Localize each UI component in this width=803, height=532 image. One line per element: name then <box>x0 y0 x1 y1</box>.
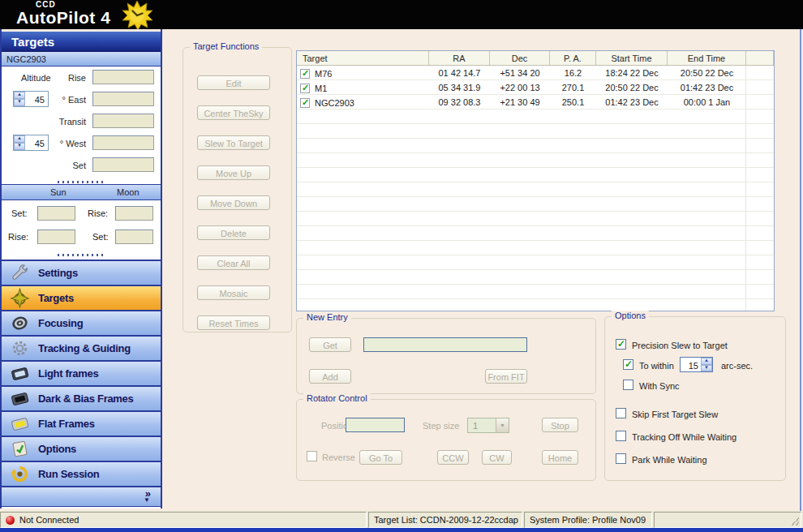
table-empty-area <box>297 109 774 311</box>
center-thesky-button[interactable]: Center TheSky <box>197 105 270 120</box>
precision-slew-label: Precision Slew to Target <box>632 341 728 350</box>
sidebar-item-tracking-guiding[interactable]: Tracking & Guiding <box>2 335 161 360</box>
target-list-section: Target List: CCDN-2009-12-22ccdap <box>368 512 522 528</box>
skip-first-slew-checkbox[interactable] <box>616 408 626 418</box>
dropdown-arrow-icon[interactable]: ▼ <box>496 418 509 432</box>
moon-rise-field[interactable] <box>115 206 153 221</box>
sun-set-field[interactable] <box>37 206 75 221</box>
cell-dec: +51 34 20 <box>490 66 550 79</box>
chevron-down-icon[interactable]: ▼ <box>144 496 150 504</box>
position-input[interactable] <box>346 418 405 432</box>
cell-end-time: 00:00 1 Jan <box>668 95 746 109</box>
moon-set-field[interactable] <box>115 230 153 244</box>
tracking-off-checkbox[interactable] <box>616 431 626 441</box>
column-header-target[interactable]: Target <box>297 51 429 65</box>
cw-button[interactable]: CW <box>482 450 512 465</box>
table-grid-line <box>745 66 746 311</box>
sidebar-item-targets[interactable]: Targets <box>2 285 161 310</box>
move-up-button[interactable]: Move Up <box>197 165 270 180</box>
mosaic-button[interactable]: Mosaic <box>197 285 270 300</box>
skip-first-slew-label: Skip First Target Slew <box>632 410 718 419</box>
column-header-dec[interactable]: Dec <box>490 51 550 65</box>
west-time-field[interactable] <box>92 135 154 150</box>
with-sync-checkbox[interactable] <box>623 380 633 390</box>
sidebar-item-label: Tracking & Guiding <box>38 342 131 354</box>
precision-slew-checkbox[interactable] <box>616 339 626 350</box>
slew-to-target-button[interactable]: Slew To Target <box>197 135 270 150</box>
cell-ra: 09 32 08.3 <box>429 95 490 109</box>
delete-button[interactable]: Delete <box>197 225 270 240</box>
sun-moon-header: Sun Moon <box>2 184 161 200</box>
reset-times-button[interactable]: Reset Times <box>197 315 270 330</box>
sidebar-item-flat-frames[interactable]: Flat Frames <box>2 410 161 435</box>
new-entry-input[interactable] <box>363 337 527 352</box>
add-button[interactable]: Add <box>309 369 351 384</box>
clear-all-button[interactable]: Clear All <box>197 255 270 270</box>
moon-column-header: Moon <box>117 187 140 197</box>
from-fit-button[interactable]: From FIT <box>485 369 527 384</box>
moon-rise-label: Rise: <box>88 208 108 218</box>
sun-rise-field[interactable] <box>37 230 75 244</box>
step-size-label: Step size <box>423 421 459 431</box>
row-checkbox[interactable] <box>300 84 310 93</box>
cell-dec: +21 30 49 <box>490 95 550 109</box>
home-button[interactable]: Home <box>542 450 578 465</box>
go-to-button[interactable]: Go To <box>359 450 402 465</box>
sidebar-item-label: Settings <box>38 267 78 279</box>
transit-time-field[interactable] <box>92 114 154 128</box>
row-checkbox[interactable] <box>300 98 310 108</box>
cell-dec: +22 00 13 <box>490 80 550 94</box>
set-time-field[interactable] <box>92 157 154 172</box>
cell-end-time: 01:42 23 Dec <box>668 80 746 94</box>
splitter-grip[interactable] <box>2 251 161 260</box>
to-within-checkbox[interactable] <box>623 359 633 370</box>
stop-button[interactable]: Stop <box>542 418 578 432</box>
sidebar-item-label: Dark & Bias Frames <box>38 393 133 405</box>
column-header-end-time[interactable]: End Time <box>668 51 746 65</box>
resize-grip[interactable] <box>654 512 801 528</box>
cell-start-time: 01:42 23 Dec <box>596 95 668 109</box>
transit-label: Transit <box>2 117 86 127</box>
reverse-checkbox[interactable] <box>307 451 317 461</box>
red-ball-icon <box>6 516 15 525</box>
column-header-ra[interactable]: RA <box>429 51 490 65</box>
sidebar-item-run-session[interactable]: Run Session <box>2 461 161 486</box>
park-while-waiting-label: Park While Waiting <box>632 455 707 465</box>
sidebar-item-settings[interactable]: Settings <box>2 260 161 285</box>
new-entry-group: New Entry Get Add From FIT <box>296 318 596 394</box>
sidebar-item-dark-bias-frames[interactable]: Dark & Bias Frames <box>2 385 161 410</box>
rise-time-field[interactable] <box>92 70 154 84</box>
sidebar-item-focusing[interactable]: Focusing <box>2 310 161 335</box>
arc-sec-unit-label: arc-sec. <box>721 361 753 371</box>
sidebar-item-label: Targets <box>38 292 74 304</box>
stepper-arrows[interactable]: ▲▼ <box>701 358 712 371</box>
cell-start-time: 20:50 22 Dec <box>596 80 668 94</box>
column-header-start-time[interactable]: Start Time <box>596 51 668 65</box>
table-row[interactable]: M1 05 34 31.9 +22 00 13 270.1 20:50 22 D… <box>297 80 774 95</box>
table-row[interactable]: M76 01 42 14.7 +51 34 20 16.2 18:24 22 D… <box>297 66 774 80</box>
table-row[interactable]: NGC2903 09 32 08.3 +21 30 49 250.1 01:42… <box>297 95 774 109</box>
sidebar: Targets NGC2903 Altitude Rise ▲▼ 45 ° Ea… <box>0 29 162 508</box>
wrench-icon <box>10 263 30 283</box>
east-time-field[interactable] <box>92 92 154 106</box>
sidebar-item-label: Options <box>38 443 76 455</box>
target-table: Target RA Dec P. A. Start Time End Time … <box>296 50 775 311</box>
move-down-button[interactable]: Move Down <box>197 195 270 210</box>
ccw-button[interactable]: CCW <box>437 450 469 465</box>
to-within-stepper[interactable]: 15 ▲▼ <box>680 357 713 372</box>
edit-button[interactable]: Edit <box>197 75 270 90</box>
sun-rise-label: Rise: <box>8 232 28 242</box>
step-size-dropdown[interactable]: 1 ▼ <box>467 418 509 433</box>
sidebar-item-light-frames[interactable]: Light frames <box>2 360 161 385</box>
column-header-pa[interactable]: P. A. <box>550 51 596 65</box>
row-checkbox[interactable] <box>300 69 310 79</box>
down-arrow-icon[interactable]: ▼ <box>701 365 712 372</box>
up-arrow-icon[interactable]: ▲ <box>701 358 712 365</box>
rotator-control-group: Rotator Control Position Step size 1 ▼ S… <box>296 399 596 481</box>
park-while-waiting-checkbox[interactable] <box>616 453 626 464</box>
group-title: New Entry <box>303 312 351 322</box>
sidebar-collapse-bar[interactable]: » ▼ <box>2 486 161 507</box>
sidebar-item-options[interactable]: Options <box>2 435 161 461</box>
get-button[interactable]: Get <box>309 337 351 352</box>
connection-status-text: Not Connected <box>19 515 79 525</box>
